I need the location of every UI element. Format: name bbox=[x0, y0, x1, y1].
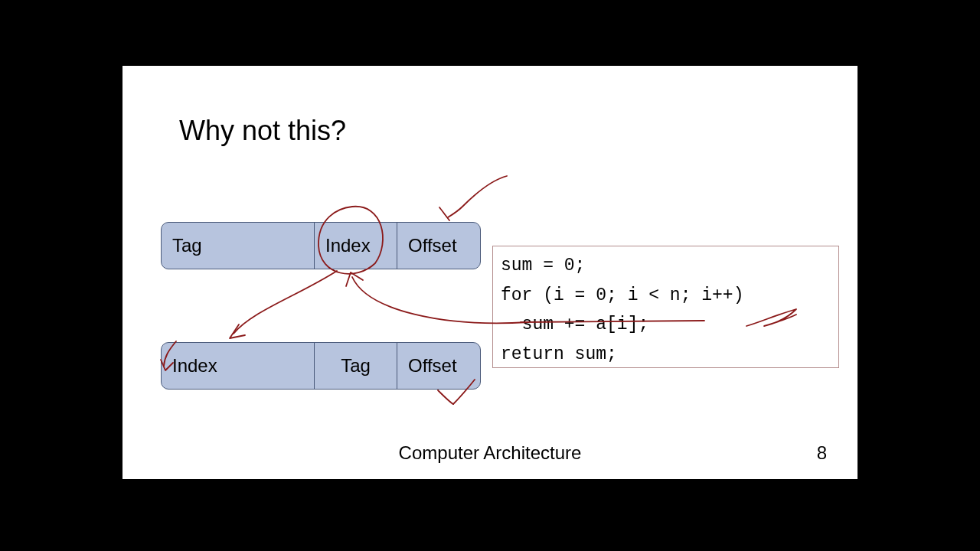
code-box: sum = 0; for (i = 0; i < n; i++) sum += … bbox=[492, 246, 839, 368]
field-tag: Tag bbox=[315, 343, 397, 389]
check-mark-icon bbox=[439, 207, 449, 220]
slide: Why not this? Tag Index Offset Index Tag… bbox=[122, 66, 858, 479]
field-index: Index bbox=[315, 223, 397, 269]
address-layout-bottom: Index Tag Offset bbox=[161, 342, 481, 390]
arrow-annotation-icon bbox=[234, 271, 337, 334]
footer-title: Computer Architecture bbox=[122, 442, 858, 464]
code-line-4: return sum; bbox=[501, 344, 617, 364]
address-layout-top: Tag Index Offset bbox=[161, 222, 481, 269]
field-offset: Offset bbox=[397, 223, 480, 269]
arrowhead-icon bbox=[346, 272, 363, 286]
field-tag: Tag bbox=[162, 223, 315, 269]
arrowhead-icon bbox=[230, 324, 245, 338]
page-number: 8 bbox=[817, 442, 827, 464]
check-mark-icon bbox=[438, 390, 453, 404]
code-line-3: sum += a[i]; bbox=[501, 315, 648, 334]
code-line-2: for (i = 0; i < n; i++) bbox=[501, 285, 743, 305]
code-line-1: sum = 0; bbox=[501, 256, 585, 276]
field-index: Index bbox=[162, 343, 315, 389]
field-offset: Offset bbox=[397, 343, 480, 389]
slide-title: Why not this? bbox=[179, 115, 346, 147]
check-mark-icon bbox=[448, 176, 507, 217]
